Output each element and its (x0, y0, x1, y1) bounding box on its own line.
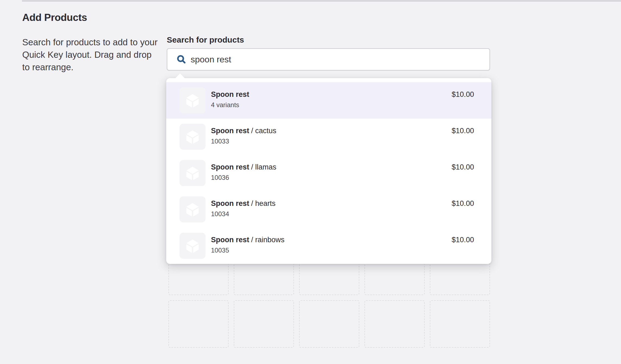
product-title: Spoon rest (211, 236, 249, 244)
product-variant: / hearts (251, 199, 276, 207)
product-title: Spoon rest (211, 127, 249, 135)
result-row-spoon-rest-rainbows[interactable]: Spoon rest/ rainbows 10035 $10.00 (166, 228, 491, 264)
page-description-line: Quick Key layout. Drag and drop (22, 49, 158, 61)
quick-key-slot[interactable] (234, 300, 294, 348)
product-price: $10.00 (452, 127, 474, 135)
quick-key-slot[interactable] (430, 300, 490, 348)
top-divider (22, 1, 621, 1)
product-title: Spoon rest (211, 90, 249, 98)
result-row-spoon-rest-cactus[interactable]: Spoon rest/ cactus 10033 $10.00 (166, 119, 491, 155)
product-variant: / cactus (251, 127, 276, 135)
product-title: Spoon rest (211, 163, 249, 171)
dropdown-pointer (175, 74, 185, 78)
product-subtitle: 4 variants (211, 101, 239, 109)
cube-icon (185, 165, 200, 181)
product-price: $10.00 (452, 236, 474, 244)
result-row-spoon-rest-llamas[interactable]: Spoon rest/ llamas 10036 $10.00 (166, 155, 491, 191)
quick-key-slot[interactable] (299, 300, 359, 348)
product-title: Spoon rest (211, 199, 249, 207)
page-description: Search for products to add to your Quick… (22, 36, 158, 74)
cube-icon (185, 238, 200, 254)
quick-key-slot[interactable] (168, 300, 229, 348)
product-subtitle: 10034 (211, 210, 229, 218)
product-subtitle: 10035 (211, 247, 229, 254)
page-description-line: Search for products to add to your (22, 36, 158, 49)
product-thumbnail (180, 87, 206, 113)
search-label: Search for products (167, 35, 244, 44)
cube-icon (185, 92, 200, 108)
product-price: $10.00 (452, 199, 474, 208)
page-title: Add Products (22, 12, 87, 23)
result-row-spoon-rest[interactable]: Spoon rest 4 variants $10.00 (166, 82, 491, 119)
product-subtitle: 10033 (211, 138, 229, 145)
quick-key-grid-row-2 (168, 300, 490, 348)
product-thumbnail (180, 124, 206, 150)
search-results-dropdown: Spoon rest 4 variants $10.00 Spoon rest/… (166, 78, 491, 264)
quick-key-slot[interactable] (364, 300, 425, 348)
product-thumbnail (180, 196, 206, 222)
product-price: $10.00 (452, 90, 474, 99)
product-variant: / llamas (251, 163, 276, 171)
page-description-line: to rearrange. (22, 61, 158, 74)
result-row-spoon-rest-hearts[interactable]: Spoon rest/ hearts 10034 $10.00 (166, 191, 491, 228)
product-variant: / rainbows (251, 236, 284, 244)
search-icon (177, 55, 186, 64)
product-price: $10.00 (452, 163, 474, 171)
cube-icon (185, 202, 200, 217)
product-thumbnail (180, 160, 206, 186)
product-subtitle: 10036 (211, 174, 229, 181)
product-search-field[interactable] (167, 48, 490, 71)
product-thumbnail (180, 233, 206, 259)
cube-icon (185, 129, 200, 145)
search-input[interactable] (191, 51, 489, 68)
